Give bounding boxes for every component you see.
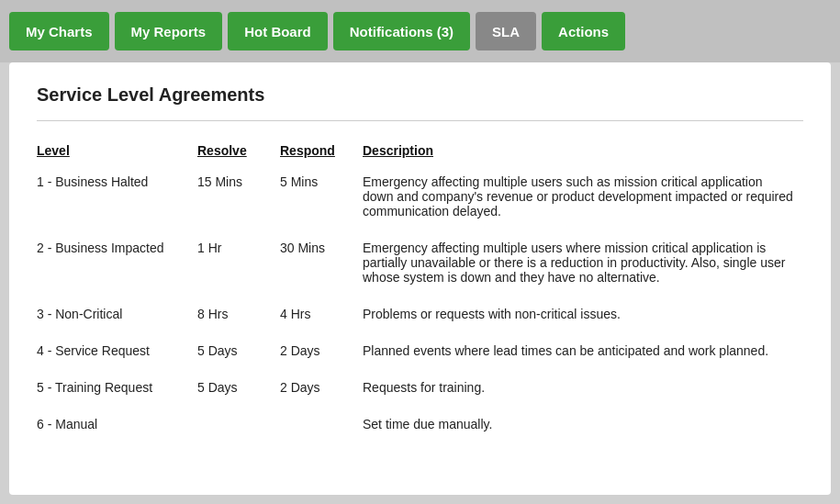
cell-respond: 2 Days — [280, 336, 363, 373]
col-header-level: Level — [37, 138, 197, 167]
table-row: 2 - Business Impacted1 Hr30 MinsEmergenc… — [37, 233, 803, 299]
cell-description: Planned events where lead times can be a… — [363, 336, 803, 373]
cell-respond: 30 Mins — [280, 233, 363, 299]
col-header-respond: Respond — [280, 138, 363, 167]
tab-my-reports[interactable]: My Reports — [115, 12, 223, 50]
table-row: 3 - Non-Critical8 Hrs4 HrsProblems or re… — [37, 299, 803, 336]
tab-my-charts[interactable]: My Charts — [9, 12, 109, 50]
cell-level: 5 - Training Request — [37, 373, 197, 409]
table-row: 4 - Service Request5 Days2 DaysPlanned e… — [37, 336, 803, 373]
tab-hot-board[interactable]: Hot Board — [228, 12, 328, 50]
table-header-row: Level Resolve Respond Description — [37, 138, 803, 167]
cell-resolve: 8 Hrs — [197, 299, 280, 336]
cell-resolve — [197, 409, 280, 446]
cell-respond — [280, 409, 363, 446]
cell-respond: 4 Hrs — [280, 299, 363, 336]
table-row: 1 - Business Halted15 Mins5 MinsEmergenc… — [37, 167, 803, 233]
cell-description: Emergency affecting multiple users where… — [363, 233, 803, 299]
cell-respond: 5 Mins — [280, 167, 363, 233]
sla-table: Level Resolve Respond Description 1 - Bu… — [37, 138, 803, 446]
cell-resolve: 1 Hr — [197, 233, 280, 299]
tab-notifications[interactable]: Notifications (3) — [333, 12, 470, 50]
cell-level: 4 - Service Request — [37, 336, 197, 373]
cell-level: 3 - Non-Critical — [37, 299, 197, 336]
cell-description: Set time due manually. — [363, 409, 803, 446]
col-header-resolve: Resolve — [197, 138, 280, 167]
cell-respond: 2 Days — [280, 373, 363, 409]
tab-bar: My Charts My Reports Hot Board Notificat… — [0, 0, 840, 62]
cell-level: 2 - Business Impacted — [37, 233, 197, 299]
tab-sla[interactable]: SLA — [476, 12, 536, 50]
col-header-description: Description — [363, 138, 803, 167]
cell-resolve: 15 Mins — [197, 167, 280, 233]
app-container: My Charts My Reports Hot Board Notificat… — [0, 0, 840, 504]
cell-level: 1 - Business Halted — [37, 167, 197, 233]
tab-actions[interactable]: Actions — [542, 12, 625, 50]
cell-description: Problems or requests with non-critical i… — [363, 299, 803, 336]
cell-resolve: 5 Days — [197, 336, 280, 373]
divider — [37, 120, 803, 121]
page-title: Service Level Agreements — [37, 84, 803, 106]
table-row: 6 - ManualSet time due manually. — [37, 409, 803, 446]
cell-resolve: 5 Days — [197, 373, 280, 409]
cell-description: Emergency affecting multiple users such … — [363, 167, 803, 233]
cell-description: Requests for training. — [363, 373, 803, 409]
main-content: Service Level Agreements Level Resolve R… — [9, 62, 831, 495]
table-row: 5 - Training Request5 Days2 DaysRequests… — [37, 373, 803, 409]
cell-level: 6 - Manual — [37, 409, 197, 446]
